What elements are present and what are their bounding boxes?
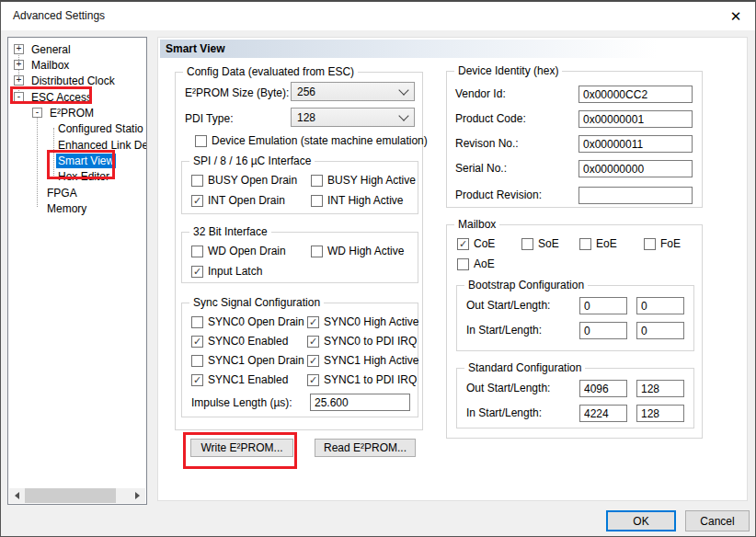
checkbox-icon[interactable] (521, 238, 533, 250)
eeprom-size-label: E²PROM Size (Byte): (185, 86, 289, 99)
product-revision-label: Product Revision: (455, 189, 542, 201)
checkbox-icon[interactable] (195, 135, 207, 147)
collapse-minus-icon[interactable]: - (32, 108, 42, 118)
eoe-checkbox[interactable]: EoE (579, 237, 617, 250)
sync0-enabled-checkbox[interactable]: ✓ SYNC0 Enabled (191, 335, 288, 348)
settings-tree: + General + Mailbox + Distributed Clock … (7, 37, 147, 505)
annotation-box-smart-view (47, 150, 115, 179)
checkbox-icon[interactable] (191, 246, 203, 257)
checkbox-icon[interactable] (311, 195, 323, 207)
tree-item-fpga[interactable]: FPGA (8, 185, 147, 200)
chevron-down-icon (398, 110, 408, 120)
bootstrap-config-group: Bootstrap Configuration Out Start/Length… (456, 285, 694, 351)
serial-no-input[interactable] (578, 160, 693, 177)
scroll-right-icon[interactable] (131, 488, 145, 503)
product-revision-input[interactable] (578, 187, 693, 204)
product-code-input[interactable] (578, 110, 693, 128)
sync0-high-active-checkbox[interactable]: ✓ SYNC0 High Active (307, 315, 418, 328)
sync0-pdi-irq-checkbox[interactable]: ✓ SYNC0 to PDI IRQ (307, 335, 417, 348)
eeprom-size-select[interactable]: 256 (291, 82, 415, 101)
checkbox-icon[interactable]: ✓ (307, 336, 319, 348)
scrollbar-thumb[interactable] (25, 488, 116, 503)
annotation-box-write-eeprom (183, 432, 297, 469)
tree-item-memory[interactable]: Memory (8, 200, 147, 216)
read-eeprom-button[interactable]: Read E²PROM... (315, 439, 416, 457)
standard-out-start-input[interactable] (579, 380, 627, 397)
sync1-open-drain-checkbox[interactable]: SYNC1 Open Drain (191, 354, 304, 367)
wd-open-drain-checkbox[interactable]: WD Open Drain (191, 245, 286, 257)
soe-checkbox[interactable]: SoE (521, 237, 559, 250)
impulse-length-input[interactable] (310, 394, 410, 411)
bootstrap-out-label: Out Start/Length: (466, 299, 550, 312)
wd-high-active-checkbox[interactable]: WD High Active (311, 245, 404, 257)
tree-item-eeprom[interactable]: - E²PROM (8, 105, 147, 120)
ok-button[interactable]: OK (606, 510, 676, 531)
chevron-down-icon (398, 85, 408, 95)
vendor-id-label: Vendor Id: (455, 87, 506, 100)
busy-high-active-checkbox[interactable]: BUSY High Active (311, 174, 416, 187)
standard-in-length-input[interactable] (636, 405, 684, 422)
bit32-interface-group: 32 Bit Interface WD Open Drain WD High A… (181, 232, 418, 283)
scroll-left-icon[interactable] (9, 488, 24, 503)
cancel-button[interactable]: Cancel (685, 510, 750, 531)
impulse-length-label: Impulse Length (µs): (191, 396, 292, 409)
checkbox-icon[interactable]: ✓ (307, 355, 319, 367)
title-bar: Advanced Settings ✕ (1, 2, 755, 30)
checkbox-icon[interactable] (311, 246, 323, 257)
checkbox-icon[interactable]: ✓ (307, 374, 319, 386)
standard-in-label: In Start/Length: (466, 406, 542, 419)
coe-checkbox[interactable]: ✓ CoE (457, 237, 495, 250)
checkbox-icon[interactable]: ✓ (191, 336, 203, 348)
tree-item-configured-station[interactable]: Configured Statio (8, 120, 147, 136)
tree-horizontal-scrollbar[interactable] (9, 488, 145, 503)
pdi-type-label: PDI Type: (185, 112, 233, 125)
bootstrap-in-label: In Start/Length: (466, 324, 542, 337)
bootstrap-in-length-input[interactable] (636, 322, 684, 339)
checkbox-icon[interactable] (311, 175, 323, 187)
config-data-group: Config Data (evaluated from ESC) E²PROM … (175, 72, 423, 430)
sync1-enabled-checkbox[interactable]: ✓ SYNC1 Enabled (191, 373, 288, 386)
checkbox-icon[interactable]: ✓ (307, 316, 319, 328)
checkbox-icon[interactable]: ✓ (457, 238, 469, 250)
checkbox-icon[interactable] (457, 258, 469, 270)
int-open-drain-checkbox[interactable]: ✓ INT Open Drain (191, 194, 285, 207)
device-identity-group: Device Identity (hex) Vendor Id: Product… (446, 71, 703, 208)
checkbox-icon[interactable]: ✓ (191, 195, 203, 207)
bootstrap-in-start-input[interactable] (579, 322, 627, 339)
checkbox-icon[interactable] (191, 175, 203, 187)
tree-item-general[interactable]: + General (8, 41, 147, 57)
expand-plus-icon[interactable]: + (14, 60, 24, 70)
busy-open-drain-checkbox[interactable]: BUSY Open Drain (191, 174, 297, 187)
sync1-high-active-checkbox[interactable]: ✓ SYNC1 High Active (307, 354, 418, 367)
checkbox-icon[interactable] (191, 316, 203, 328)
mailbox-group: Mailbox ✓ CoE SoE EoE FoE AoE (446, 224, 703, 439)
standard-config-group: Standard Configuration Out Start/Length:… (456, 368, 694, 428)
checkbox-icon[interactable] (191, 355, 203, 367)
serial-no-label: Serial No.: (455, 162, 507, 175)
tree-item-mailbox[interactable]: + Mailbox (8, 57, 147, 73)
sync0-open-drain-checkbox[interactable]: SYNC0 Open Drain (191, 315, 304, 328)
advanced-settings-dialog: Advanced Settings ✕ + General + Mailbox … (0, 0, 756, 537)
bootstrap-out-length-input[interactable] (636, 297, 684, 314)
int-high-active-checkbox[interactable]: INT High Active (311, 194, 403, 207)
checkbox-icon[interactable]: ✓ (191, 266, 203, 278)
sync1-pdi-irq-checkbox[interactable]: ✓ SYNC1 to PDI IRQ (307, 373, 417, 386)
revision-no-input[interactable] (578, 135, 693, 153)
close-icon[interactable]: ✕ (726, 6, 746, 27)
aoe-checkbox[interactable]: AoE (457, 257, 495, 270)
checkbox-icon[interactable] (644, 238, 656, 250)
checkbox-icon[interactable] (579, 238, 591, 250)
device-emulation-checkbox[interactable]: Device Emulation (state machine emulatio… (195, 134, 428, 147)
input-latch-checkbox[interactable]: ✓ Input Latch (191, 265, 262, 278)
pdi-type-select[interactable]: 128 (291, 108, 415, 127)
standard-in-start-input[interactable] (579, 405, 627, 422)
sync-signal-group: Sync Signal Configuration SYNC0 Open Dra… (181, 303, 418, 417)
vendor-id-input[interactable] (578, 86, 693, 103)
standard-out-length-input[interactable] (636, 380, 684, 397)
dialog-title: Advanced Settings (13, 9, 105, 22)
bootstrap-out-start-input[interactable] (579, 297, 627, 314)
foe-checkbox[interactable]: FoE (644, 237, 681, 250)
checkbox-icon[interactable]: ✓ (191, 374, 203, 386)
expand-plus-icon[interactable]: + (14, 75, 24, 86)
expand-plus-icon[interactable]: + (14, 44, 24, 54)
